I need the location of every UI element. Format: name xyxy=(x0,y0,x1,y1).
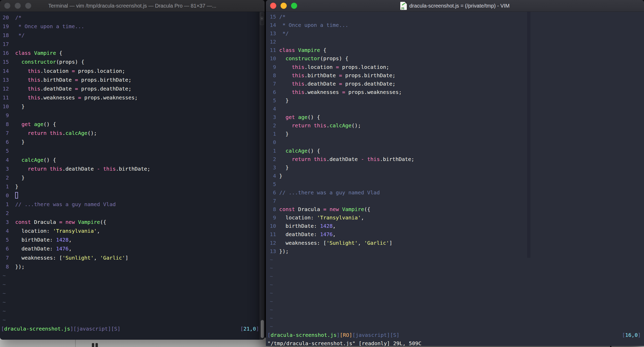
code-segment: return this xyxy=(28,130,62,136)
tilde-marker: ~ xyxy=(270,323,273,330)
code-segment: = new xyxy=(323,206,342,212)
code-segment: Vampire xyxy=(342,206,364,212)
terminal-text-area[interactable]: 20/*19 * Once upon a time...18 */1716cla… xyxy=(0,11,260,340)
code-segment: } xyxy=(15,183,18,190)
empty-line-tilde: ~ xyxy=(266,255,644,264)
macvim-title-text: dracula-screenshot.js = (/private/tmp) -… xyxy=(409,3,510,9)
line-number: 0 xyxy=(270,138,276,146)
code-segment: = xyxy=(336,64,339,70)
background-text-fragment xyxy=(92,343,94,347)
code-line: 2 } xyxy=(0,173,260,182)
line-number: 4 xyxy=(3,155,9,164)
code-line: 15 constructor(props) { xyxy=(0,57,260,66)
code-segment: 'Sunlight' xyxy=(62,255,94,261)
line-number: 2 xyxy=(270,121,276,130)
tilde-marker: ~ xyxy=(3,272,6,279)
empty-line-tilde: ~ xyxy=(266,289,644,297)
minimize-button[interactable] xyxy=(281,3,287,9)
code-line: 5 xyxy=(0,146,260,155)
terminal-scrollbar-track[interactable] xyxy=(259,11,265,340)
code-line: 1// ...there was a guy named Vlad xyxy=(0,200,260,209)
code-line: 3 return this.deathDate - this.birthDate… xyxy=(0,164,260,173)
code-segment: Vampire xyxy=(298,47,320,53)
line-number: 12 xyxy=(270,239,276,247)
code-segment: this xyxy=(292,81,304,87)
minimize-button[interactable] xyxy=(15,3,21,9)
code-segment: } xyxy=(15,175,25,181)
code-segment: return this xyxy=(292,122,326,129)
zoom-button[interactable] xyxy=(25,3,31,9)
line-number: 8 xyxy=(3,262,9,271)
code-segment: }); xyxy=(15,264,25,270)
code-segment: . xyxy=(326,122,330,129)
code-line: 8const Dracula = new Vampire({ xyxy=(266,205,644,213)
line-number: 15 xyxy=(270,13,276,21)
code-line: 15/* xyxy=(266,13,644,21)
code-line: 19 * Once upon a time... xyxy=(0,22,260,31)
code-segment: Vampire xyxy=(34,50,56,56)
line-number: 19 xyxy=(3,22,9,31)
pencil-icon xyxy=(402,3,405,5)
code-line: 7 xyxy=(266,197,644,205)
code-segment: = xyxy=(78,94,81,101)
terminal-titlebar[interactable]: Terminal — vim /tmp/dracula-screenshot.j… xyxy=(0,0,265,12)
line-number: 1 xyxy=(270,130,276,138)
code-line: 6// ...there was a guy named Vlad xyxy=(266,188,644,197)
line-number: 8 xyxy=(270,205,276,213)
terminal-scrollbar-thumb[interactable] xyxy=(261,320,264,338)
code-segment: dracula-screenshot.js xyxy=(4,326,70,332)
code-segment: get xyxy=(285,114,298,120)
code-segment: () { xyxy=(44,121,56,127)
code-segment: class xyxy=(279,47,298,53)
tilde-marker: ~ xyxy=(270,298,273,304)
code-segment: 21,0 xyxy=(243,326,256,332)
line-number: 9 xyxy=(3,111,9,120)
code-segment: ] xyxy=(256,326,259,332)
code-segment: deathDate: xyxy=(15,246,56,252)
code-segment: const xyxy=(15,219,34,225)
code-segment: ] xyxy=(638,332,641,338)
code-segment: } xyxy=(279,97,289,104)
code-segment: props.weaknesses; xyxy=(81,94,138,101)
code-line: 6 deathDate: 1476, xyxy=(0,244,260,253)
zoom-button[interactable] xyxy=(291,3,297,9)
line-number: 16 xyxy=(3,49,9,57)
code-segment: [javascript][S] xyxy=(352,332,399,338)
vim-text-area[interactable]: 15/*14 * Once upon a time...13 */1211cla… xyxy=(266,11,644,346)
code-segment: age xyxy=(298,114,307,120)
code-segment: }); xyxy=(279,248,289,254)
code-segment xyxy=(15,68,28,74)
tilde-marker: ~ xyxy=(3,281,6,288)
line-number: 5 xyxy=(3,235,9,244)
code-segment: const xyxy=(279,206,298,212)
tilde-marker: ~ xyxy=(3,317,6,323)
code-line: 14 this.location = props.location; xyxy=(0,67,260,75)
cursor-position-ruler: [16,0] xyxy=(622,331,641,339)
line-number: 6 xyxy=(3,137,9,146)
tilde-marker: ~ xyxy=(3,308,6,314)
empty-line-tilde: ~ xyxy=(266,280,644,289)
code-segment: (); xyxy=(351,122,361,129)
code-segment: = xyxy=(339,72,342,79)
close-button[interactable] xyxy=(4,3,10,9)
close-button[interactable] xyxy=(270,3,276,9)
line-number: 3 xyxy=(3,218,9,226)
code-line: 0 xyxy=(266,138,644,146)
vim-command-line xyxy=(0,333,260,340)
traffic-lights xyxy=(4,3,31,9)
tilde-marker: ~ xyxy=(3,299,6,305)
code-segment: props.birthDate; xyxy=(78,77,132,83)
line-number: 6 xyxy=(270,188,276,197)
code-segment: , xyxy=(94,255,100,261)
split-pane-button[interactable] xyxy=(260,13,264,25)
macvim-titlebar[interactable]: JS dracula-screenshot.js = (/private/tmp… xyxy=(266,0,644,12)
code-segment: props.deathDate; xyxy=(78,86,132,92)
line-number: 1 xyxy=(3,182,9,191)
code-line: 2 xyxy=(0,209,260,218)
code-line: 17 xyxy=(0,40,260,49)
line-number: 11 xyxy=(270,46,276,54)
empty-line-tilde: ~ xyxy=(266,314,644,322)
code-line: 11 deathDate: 1476, xyxy=(266,230,644,238)
code-line: 1 calcAge() { xyxy=(266,147,644,155)
tilde-marker: ~ xyxy=(270,265,273,271)
